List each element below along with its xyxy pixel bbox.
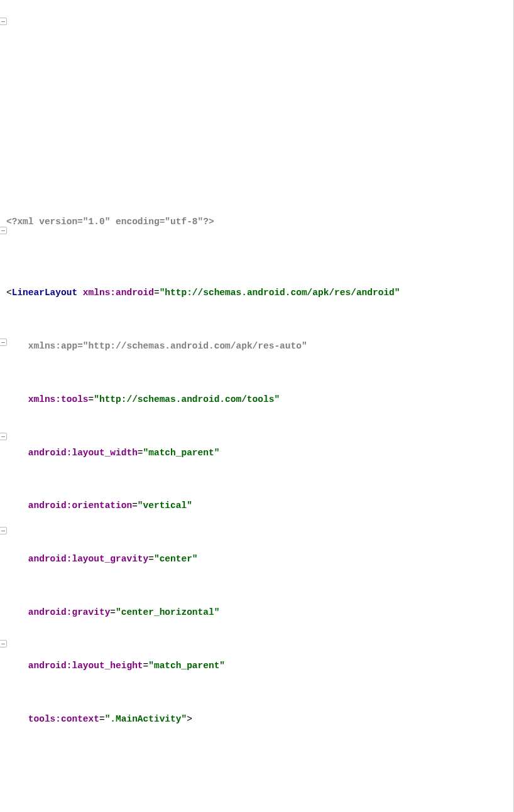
code-line: xmlns:app="http://schemas.android.com/ap… bbox=[0, 337, 513, 355]
fold-marker[interactable] bbox=[0, 527, 7, 534]
code-line: <?xml version="1.0" encoding="utf-8"?> bbox=[0, 213, 513, 230]
fold-marker[interactable] bbox=[0, 433, 7, 440]
code-line: xmlns:tools="http://schemas.android.com/… bbox=[0, 391, 513, 408]
tag-linearlayout: LinearLayout bbox=[12, 288, 77, 298]
fold-marker[interactable] bbox=[0, 640, 7, 647]
fold-marker[interactable] bbox=[0, 338, 7, 346]
xml-pi: <?xml version="1.0" encoding="utf-8"?> bbox=[6, 217, 214, 227]
code-line: android:layout_width="match_parent" bbox=[0, 444, 513, 462]
fold-marker[interactable] bbox=[0, 18, 7, 25]
code-editor[interactable]: <?xml version="1.0" encoding="utf-8"?> <… bbox=[0, 0, 514, 812]
code-line: android:orientation="vertical" bbox=[0, 497, 513, 514]
code-line: android:gravity="center_horizontal" bbox=[0, 604, 513, 621]
code-line: android:layout_height="match_parent" bbox=[0, 657, 513, 674]
code-line: tools:context=".MainActivity"> bbox=[0, 710, 513, 728]
code-line: android:layout_gravity="center" bbox=[0, 550, 513, 568]
blank-line bbox=[0, 781, 513, 799]
code-line: <LinearLayout xmlns:android="http://sche… bbox=[0, 284, 513, 301]
gutter bbox=[0, 0, 5, 812]
fold-marker[interactable] bbox=[0, 227, 7, 234]
